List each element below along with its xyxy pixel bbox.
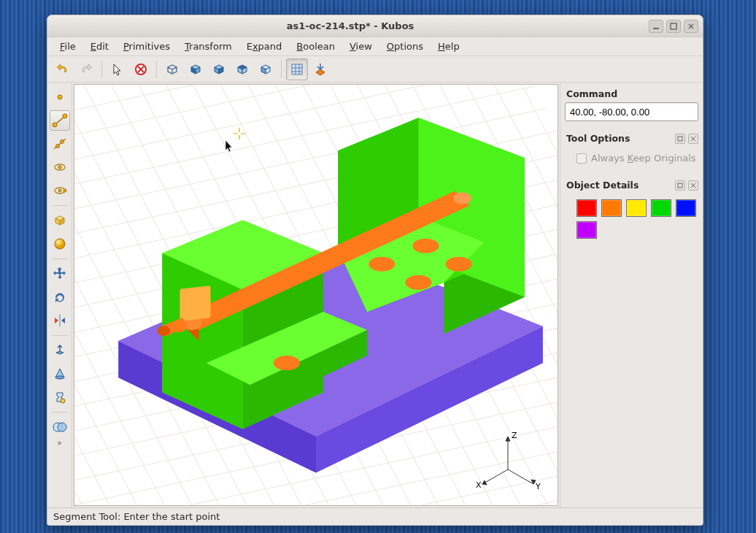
always-keep-checkbox[interactable]	[576, 153, 587, 164]
extrude-icon	[52, 342, 68, 358]
svg-line-34	[508, 469, 533, 484]
menu-edit[interactable]: Edit	[84, 38, 115, 55]
box-tool-button[interactable]	[50, 210, 70, 231]
menu-help[interactable]: Help	[431, 38, 466, 55]
svg-rect-35	[678, 137, 682, 141]
axis-y-label: Y	[535, 482, 541, 491]
tool-options-header: Tool Options	[565, 130, 698, 145]
grid-toggle-button[interactable]	[286, 58, 308, 80]
view-front-button[interactable]	[255, 58, 277, 80]
svg-rect-36	[678, 183, 682, 188]
svg-point-18	[61, 399, 65, 403]
cube-top-icon	[234, 61, 250, 77]
undo-button[interactable]	[52, 58, 74, 80]
redo-button[interactable]	[75, 58, 97, 80]
lathe-tool-button[interactable]	[50, 387, 70, 407]
svg-rect-1	[671, 23, 676, 29]
color-swatch-blue[interactable]	[676, 199, 696, 217]
cube-right-icon	[211, 61, 227, 77]
mirror-tool-button[interactable]	[50, 310, 70, 331]
svg-point-6	[53, 123, 57, 127]
mirror-icon	[52, 312, 68, 329]
color-swatch-green[interactable]	[651, 199, 671, 217]
rotate-tool-button[interactable]	[50, 287, 70, 307]
minimize-button[interactable]	[649, 20, 663, 33]
menubar: File Edit Primitives Transform Expand Bo…	[47, 37, 703, 56]
pointer-icon	[111, 63, 124, 76]
view-right-button[interactable]	[208, 58, 230, 80]
box-icon	[52, 212, 68, 229]
grid-icon	[290, 62, 304, 77]
pointer-button[interactable]	[107, 58, 128, 80]
color-swatch-yellow[interactable]	[626, 199, 647, 217]
lathe-icon	[52, 389, 68, 405]
command-input[interactable]	[565, 102, 698, 121]
sphere-tool-button[interactable]	[50, 234, 70, 254]
color-swatches	[565, 193, 698, 240]
menu-view[interactable]: View	[343, 38, 379, 55]
undo-icon	[55, 62, 70, 77]
svg-rect-23	[180, 285, 210, 321]
line-tool-button[interactable]	[50, 134, 70, 154]
point-icon	[53, 91, 66, 104]
view-iso-button[interactable]	[161, 58, 183, 80]
tool-options-detach-button[interactable]	[675, 134, 685, 144]
menu-options[interactable]: Options	[380, 38, 430, 55]
boolean-tool-button[interactable]	[50, 417, 70, 437]
detach-icon	[677, 136, 683, 142]
command-header-label: Command	[566, 88, 617, 99]
circle-center-tool-button[interactable]	[50, 157, 70, 177]
svg-rect-3	[292, 64, 302, 74]
svg-point-12	[58, 166, 61, 169]
color-swatch-purple[interactable]	[576, 221, 597, 239]
circle-tangent-tool-button[interactable]	[50, 180, 70, 201]
svg-point-25	[157, 326, 170, 336]
svg-point-29	[446, 257, 472, 272]
close-button[interactable]	[684, 20, 698, 33]
maximize-button[interactable]	[666, 20, 681, 33]
menu-transform[interactable]: Transform	[178, 38, 239, 55]
boolean-icon	[52, 419, 68, 435]
tool-options-close-button[interactable]	[688, 134, 698, 144]
extrude-tool-button[interactable]	[50, 340, 70, 361]
cube-left-icon	[188, 61, 204, 77]
menu-boolean[interactable]: Boolean	[290, 38, 342, 55]
rotate-icon	[52, 289, 68, 305]
segment-tool-button[interactable]	[50, 110, 70, 131]
delete-button[interactable]	[130, 58, 152, 80]
viewport[interactable]: Z X Y	[74, 84, 558, 506]
menu-primitives[interactable]: Primitives	[117, 38, 177, 55]
cube-wire-icon	[164, 61, 180, 77]
svg-point-9	[55, 145, 59, 148]
axis-planes-icon	[313, 62, 328, 77]
menu-file[interactable]: File	[53, 38, 82, 55]
delete-icon	[134, 62, 148, 77]
point-tool-button[interactable]	[50, 87, 70, 107]
color-swatch-red[interactable]	[576, 199, 597, 217]
svg-rect-0	[653, 28, 659, 29]
always-keep-row: Always Keep Originals	[565, 147, 698, 168]
move-tool-button[interactable]	[50, 264, 70, 284]
close-icon	[690, 183, 696, 188]
view-top-button[interactable]	[231, 58, 253, 80]
status-text: Segment Tool: Enter the start point	[53, 511, 220, 522]
object-details-close-button[interactable]	[688, 180, 698, 191]
svg-point-7	[63, 114, 67, 118]
cube-front-icon	[258, 61, 274, 77]
svg-point-26	[369, 257, 395, 272]
statusbar: Segment Tool: Enter the start point	[47, 507, 703, 525]
color-swatch-orange[interactable]	[601, 199, 622, 217]
work-area: »	[47, 83, 703, 507]
toolbar-overflow-icon[interactable]: »	[57, 439, 61, 447]
view-left-button[interactable]	[185, 58, 207, 80]
circle-center-icon	[52, 159, 68, 175]
object-details-detach-button[interactable]	[675, 180, 685, 191]
right-panel: Command Tool Options Always Keep Origina…	[560, 83, 703, 507]
svg-point-27	[412, 239, 439, 253]
cone-tool-button[interactable]	[50, 364, 70, 384]
detach-icon	[677, 183, 683, 188]
menu-expand[interactable]: Expand	[240, 38, 289, 55]
axis-planes-button[interactable]	[309, 58, 331, 80]
circle-tangent-icon	[52, 183, 68, 199]
cursor-icon	[224, 139, 236, 153]
